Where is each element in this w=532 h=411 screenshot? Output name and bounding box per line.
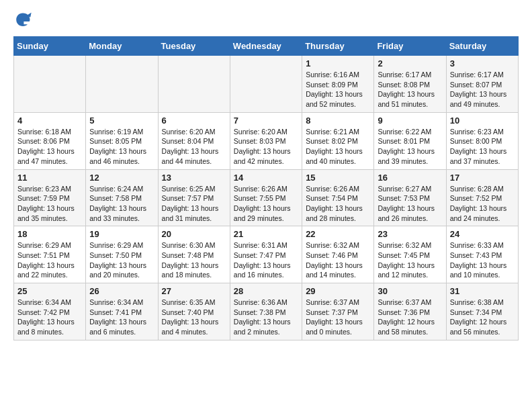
day-info: Sunrise: 6:17 AMSunset: 8:08 PMDaylight:… <box>378 70 442 109</box>
day-cell: 17Sunrise: 6:28 AMSunset: 7:52 PMDayligh… <box>446 169 518 226</box>
day-info-line: Sunset: 7:51 PM <box>17 250 82 261</box>
day-info-line: and 12 minutes. <box>378 270 442 280</box>
day-cell: 11Sunrise: 6:23 AMSunset: 7:59 PMDayligh… <box>14 169 86 226</box>
day-info-line: Daylight: 13 hours <box>17 317 82 327</box>
day-cell: 24Sunrise: 6:33 AMSunset: 7:43 PMDayligh… <box>446 226 518 283</box>
day-info: Sunrise: 6:23 AMSunset: 8:00 PMDaylight:… <box>450 127 515 167</box>
week-row-3: 11Sunrise: 6:23 AMSunset: 7:59 PMDayligh… <box>14 169 519 226</box>
header-cell-saturday: Saturday <box>446 37 518 56</box>
day-info: Sunrise: 6:29 AMSunset: 7:50 PMDaylight:… <box>89 240 154 280</box>
day-info-line: Sunset: 7:52 PM <box>450 193 515 203</box>
day-info-line: and 51 minutes. <box>378 99 442 109</box>
day-info-line: Daylight: 13 hours <box>378 203 442 214</box>
day-info-line: Sunrise: 6:17 AM <box>378 70 442 80</box>
day-info-line: Sunrise: 6:38 AM <box>450 298 515 308</box>
calendar-body: 1Sunrise: 6:16 AMSunset: 8:09 PMDaylight… <box>14 56 519 340</box>
day-info-line: Daylight: 13 hours <box>450 261 515 271</box>
day-info: Sunrise: 6:38 AMSunset: 7:34 PMDaylight:… <box>450 298 515 337</box>
day-info: Sunrise: 6:17 AMSunset: 8:07 PMDaylight:… <box>450 70 515 109</box>
day-info-line: Daylight: 13 hours <box>162 261 226 271</box>
day-info-line: Sunset: 7:50 PM <box>89 250 154 261</box>
day-number: 5 <box>89 116 154 126</box>
day-info-line: Daylight: 13 hours <box>234 261 298 271</box>
day-info-line: Sunset: 7:57 PM <box>162 193 226 203</box>
day-info-line: Sunrise: 6:32 AM <box>378 240 442 250</box>
day-info-line: Daylight: 13 hours <box>17 261 82 271</box>
day-cell: 13Sunrise: 6:25 AMSunset: 7:57 PMDayligh… <box>158 169 230 226</box>
day-info: Sunrise: 6:33 AMSunset: 7:43 PMDaylight:… <box>450 240 515 280</box>
day-info-line: and 56 minutes. <box>450 327 515 337</box>
day-info: Sunrise: 6:23 AMSunset: 7:59 PMDaylight:… <box>17 184 82 224</box>
day-cell: 1Sunrise: 6:16 AMSunset: 8:09 PMDaylight… <box>302 56 374 113</box>
day-number: 7 <box>234 116 298 126</box>
day-info: Sunrise: 6:34 AMSunset: 7:41 PMDaylight:… <box>89 298 154 337</box>
day-cell: 8Sunrise: 6:21 AMSunset: 8:02 PMDaylight… <box>302 112 374 169</box>
day-cell: 6Sunrise: 6:20 AMSunset: 8:04 PMDaylight… <box>158 112 230 169</box>
day-cell: 25Sunrise: 6:34 AMSunset: 7:42 PMDayligh… <box>14 283 86 340</box>
day-info-line: and 22 minutes. <box>17 270 82 280</box>
day-info-line: Sunrise: 6:26 AM <box>234 184 298 194</box>
day-info-line: Daylight: 13 hours <box>162 203 226 214</box>
day-cell: 30Sunrise: 6:37 AMSunset: 7:36 PMDayligh… <box>374 283 446 340</box>
day-info-line: Sunset: 7:38 PM <box>234 308 298 318</box>
day-info-line: Sunrise: 6:17 AM <box>450 70 515 80</box>
day-number: 31 <box>450 286 515 296</box>
day-info: Sunrise: 6:26 AMSunset: 7:54 PMDaylight:… <box>306 184 370 224</box>
day-number: 6 <box>162 116 226 126</box>
day-cell: 5Sunrise: 6:19 AMSunset: 8:05 PMDaylight… <box>86 112 158 169</box>
day-number: 26 <box>89 286 154 296</box>
day-info-line: and 10 minutes. <box>450 270 515 280</box>
day-info-line: Sunrise: 6:24 AM <box>89 184 154 194</box>
day-cell: 21Sunrise: 6:31 AMSunset: 7:47 PMDayligh… <box>230 226 302 283</box>
day-info-line: Sunset: 8:09 PM <box>306 80 370 90</box>
day-info: Sunrise: 6:16 AMSunset: 8:09 PMDaylight:… <box>306 70 370 109</box>
day-info-line: Daylight: 13 hours <box>234 146 298 156</box>
day-number: 10 <box>450 116 515 126</box>
day-info-line: Sunrise: 6:27 AM <box>378 184 442 194</box>
day-cell <box>86 56 158 113</box>
day-info-line: Sunset: 8:00 PM <box>450 136 515 146</box>
header-cell-sunday: Sunday <box>14 37 86 56</box>
day-info-line: Sunrise: 6:34 AM <box>17 298 82 308</box>
day-info-line: Daylight: 13 hours <box>378 261 442 271</box>
day-number: 1 <box>306 58 370 68</box>
day-info-line: Daylight: 12 hours <box>450 317 515 327</box>
day-cell: 29Sunrise: 6:37 AMSunset: 7:37 PMDayligh… <box>302 283 374 340</box>
day-info-line: Daylight: 13 hours <box>306 261 370 271</box>
day-info-line: Sunset: 8:03 PM <box>234 136 298 146</box>
day-info-line: and 18 minutes. <box>162 270 226 280</box>
day-info-line: Sunrise: 6:31 AM <box>234 240 298 250</box>
header-cell-thursday: Thursday <box>302 37 374 56</box>
day-info: Sunrise: 6:20 AMSunset: 8:03 PMDaylight:… <box>234 127 298 167</box>
day-cell: 26Sunrise: 6:34 AMSunset: 7:41 PMDayligh… <box>86 283 158 340</box>
day-info-line: and 6 minutes. <box>89 327 154 337</box>
day-number: 30 <box>378 286 442 296</box>
day-info: Sunrise: 6:24 AMSunset: 7:58 PMDaylight:… <box>89 184 154 224</box>
day-info: Sunrise: 6:19 AMSunset: 8:05 PMDaylight:… <box>89 127 154 167</box>
day-cell: 20Sunrise: 6:30 AMSunset: 7:48 PMDayligh… <box>158 226 230 283</box>
day-number: 18 <box>17 229 82 239</box>
day-info-line: Sunrise: 6:21 AM <box>306 127 370 137</box>
day-info-line: and 40 minutes. <box>306 156 370 167</box>
day-number: 3 <box>450 58 515 68</box>
day-info-line: Sunrise: 6:20 AM <box>234 127 298 137</box>
day-info-line: Sunrise: 6:33 AM <box>450 240 515 250</box>
day-info: Sunrise: 6:36 AMSunset: 7:38 PMDaylight:… <box>234 298 298 337</box>
day-info-line: Daylight: 13 hours <box>162 317 226 327</box>
day-info-line: Sunset: 7:45 PM <box>378 250 442 261</box>
day-info-line: and 37 minutes. <box>450 156 515 167</box>
day-info: Sunrise: 6:34 AMSunset: 7:42 PMDaylight:… <box>17 298 82 337</box>
day-info-line: Daylight: 13 hours <box>450 146 515 156</box>
day-cell: 18Sunrise: 6:29 AMSunset: 7:51 PMDayligh… <box>14 226 86 283</box>
day-info: Sunrise: 6:35 AMSunset: 7:40 PMDaylight:… <box>162 298 226 337</box>
header-cell-tuesday: Tuesday <box>158 37 230 56</box>
day-info-line: Daylight: 13 hours <box>234 203 298 214</box>
day-info-line: Sunrise: 6:18 AM <box>17 127 82 137</box>
day-number: 23 <box>378 229 442 239</box>
day-info-line: Daylight: 13 hours <box>89 203 154 214</box>
day-info-line: Daylight: 13 hours <box>17 146 82 156</box>
day-number: 14 <box>234 173 298 183</box>
day-info: Sunrise: 6:29 AMSunset: 7:51 PMDaylight:… <box>17 240 82 280</box>
day-cell: 14Sunrise: 6:26 AMSunset: 7:55 PMDayligh… <box>230 169 302 226</box>
calendar-table: SundayMondayTuesdayWednesdayThursdayFrid… <box>13 36 519 340</box>
